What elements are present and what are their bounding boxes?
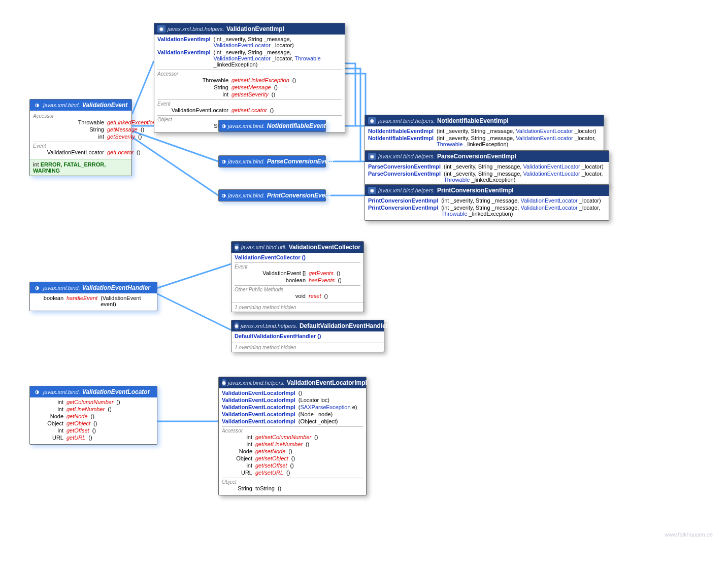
constructor-row: ValidationEventLocatorImpl (SAXParseExce…: [222, 404, 363, 411]
constructor-row: ValidationEventLocatorImpl (): [222, 389, 363, 396]
method-row: intgetColumnNumber(): [33, 398, 154, 406]
class-ValidationEventImpl: ◉javax.xml.bind.helpers.ValidationEventI…: [154, 23, 345, 133]
svg-line-7: [156, 264, 231, 288]
interface-icon: ◑: [222, 192, 226, 199]
class-ValidationEventLocator: ◑javax.xml.bind.ValidationEventLocator i…: [29, 386, 157, 445]
section-event: Event: [33, 142, 128, 149]
method-row: intgetOffset(): [33, 427, 154, 434]
class-NotIdentifiableEvent: ◑javax.xml.bind.NotIdentifiableEvent: [218, 120, 326, 132]
constructor-row: ValidationEventLocatorImpl (Object _obje…: [222, 418, 363, 425]
constructor-row: ValidationEventImpl (int _severity, Stri…: [157, 49, 342, 68]
section-event: Event: [157, 99, 342, 107]
svg-line-2: [132, 131, 218, 161]
class-icon: ◉: [235, 244, 239, 251]
constructor-row: ParseConversionEventImpl (int _severity,…: [368, 163, 606, 170]
constructor-row: ValidationEventLocatorImpl (Locator loc): [222, 396, 363, 404]
section-accessor: Accessor: [157, 70, 342, 77]
method-row: NodegetNode(): [33, 413, 154, 420]
interface-icon: ◑: [33, 388, 41, 395]
interface-icon: ◑: [33, 284, 41, 291]
method-row: intget/setOffset(): [222, 462, 363, 469]
constructor-row: PrintConversionEventImpl (int _severity,…: [368, 204, 606, 217]
method-row: StringgetMessage(): [33, 126, 128, 133]
class-ValidationEventLocatorImpl: ◉javax.xml.bind.helpers.ValidationEventL…: [218, 377, 367, 495]
svg-line-0: [132, 61, 154, 114]
method-row: URLget/setURL(): [222, 469, 363, 476]
class-icon: ◉: [368, 117, 376, 124]
interface-icon: ◑: [222, 122, 226, 129]
method-row: ValidationEvent []getEvents(): [235, 270, 360, 277]
constructor-row: NotIdentifiableEventImpl (int _severity,…: [368, 135, 601, 148]
class-ValidationEvent: ◑javax.xml.bind.ValidationEvent Accessor…: [29, 99, 132, 176]
constructor-row: PrintConversionEventImpl (int _severity,…: [368, 197, 606, 204]
class-ValidationEventCollector: ◉javax.xml.bind.util.ValidationEventColl…: [231, 241, 364, 312]
method-row: booleanhandleEvent(ValidationEvent event…: [33, 294, 154, 308]
interface-icon: ◑: [33, 102, 41, 109]
method-row: ValidationEventLocatorgetLocator(): [33, 149, 128, 156]
method-row: booleanhasEvents(): [235, 277, 360, 284]
section-accessor: Accessor: [33, 112, 128, 119]
constructor-row: NotIdentifiableEventImpl (int _severity,…: [368, 127, 601, 135]
method-row: intget/setLineNumber(): [222, 441, 363, 448]
method-row: intgetSeverity(): [33, 133, 128, 140]
method-row: intget/setColumnNumber(): [222, 433, 363, 441]
class-NotIdentifiableEventImpl: ◉javax.xml.bind.helpers.NotIdentifiableE…: [365, 115, 604, 151]
class-PrintConversionEvent: ◑javax.xml.bind.PrintConversionEvent: [218, 189, 326, 202]
class-PrintConversionEventImpl: ◉javax.xml.bind.helpers.PrintConversionE…: [365, 184, 609, 221]
class-icon: ◉: [222, 379, 226, 386]
svg-line-8: [156, 293, 231, 330]
constructor-row: ParseConversionEventImpl (int _severity,…: [368, 170, 606, 183]
method-row: Stringget/setMessage(): [157, 84, 342, 91]
method-row: Nodeget/setNode(): [222, 448, 363, 455]
class-icon: ◉: [157, 25, 166, 32]
method-row: ThrowablegetLinkedException(): [33, 119, 128, 126]
watermark: www.falkhausen.de: [665, 531, 713, 538]
class-ParseConversionEventImpl: ◉javax.xml.bind.helpers.ParseConversionE…: [365, 150, 609, 187]
class-ValidationEventHandler: ◑javax.xml.bind.ValidationEventHandler b…: [29, 282, 157, 311]
method-row: StringtoString(): [222, 485, 363, 492]
method-row: voidreset(): [235, 292, 360, 299]
method-row: intget/setSeverity(): [157, 91, 342, 98]
constructor-row: ValidationEventImpl (int _severity, Stri…: [157, 36, 342, 49]
class-icon: ◉: [368, 153, 376, 160]
method-row: intgetLineNumber(): [33, 406, 154, 413]
class-DefaultValidationEventHandler: ◉javax.xml.bind.helpers.DefaultValidatio…: [231, 320, 384, 352]
method-row: Throwableget/setLinkedException(): [157, 77, 342, 84]
constructor-row: ValidationEventLocatorImpl (Node _node): [222, 411, 363, 418]
class-ParseConversionEvent: ◑javax.xml.bind.ParseConversionEvent: [218, 155, 326, 168]
interface-icon: ◑: [222, 158, 226, 165]
class-icon: ◉: [235, 322, 239, 329]
method-row: Objectget/setObject(): [222, 455, 363, 462]
method-row: ValidationEventLocatorget/setLocator(): [157, 107, 342, 114]
svg-line-3: [132, 137, 218, 195]
class-icon: ◉: [368, 187, 376, 194]
method-row: ObjectgetObject(): [33, 420, 154, 427]
method-row: URLgetURL(): [33, 434, 154, 441]
constants-row: int ERROR, FATAL_ERROR, WARNING: [30, 159, 131, 176]
